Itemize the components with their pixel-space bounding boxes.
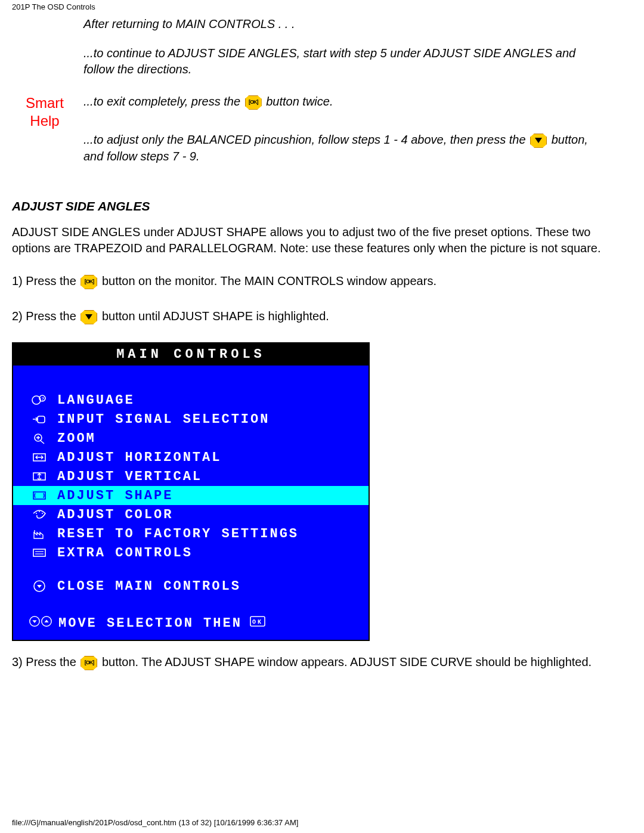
osd-item-label: ADJUST VERTICAL [50, 469, 202, 484]
osd-item-label: ADJUST SHAPE [50, 488, 173, 503]
svg-rect-10 [33, 492, 45, 499]
svg-line-5 [41, 441, 44, 444]
section-intro: ADJUST SIDE ANGLES under ADJUST SHAPE al… [12, 224, 632, 256]
smart-help-block: Smart Help ...to exit completely, press … [0, 93, 644, 165]
osd-footer: MOVE SELECTION THEN OK [13, 610, 369, 636]
osd-item-label: ZOOM [50, 431, 96, 446]
color-icon [29, 509, 50, 521]
smart-help-row-balanced: ...to adjust only the BALANCED pincushio… [83, 131, 608, 165]
osd-title: MAIN CONTROLS [13, 343, 369, 366]
extra-controls-icon [29, 547, 50, 559]
language-icon: ? [29, 394, 50, 406]
section-heading: ADJUST SIDE ANGLES [12, 199, 632, 213]
step1-prefix: 1) Press the [12, 274, 79, 287]
svg-rect-3 [38, 416, 45, 423]
osd-item-language[interactable]: ? LANGUAGE [13, 391, 369, 410]
intro-line-2: ...to continue to ADJUST SIDE ANGLES, st… [83, 45, 608, 78]
step1-suffix: button on the monitor. The MAIN CONTROLS… [102, 274, 436, 287]
page-header: 201P The OSD Controls [0, 0, 644, 16]
intro-line-1: After returning to MAIN CONTROLS . . . [83, 16, 608, 32]
ok-button-icon: [OK] [245, 95, 262, 110]
osd-item-label: ADJUST COLOR [50, 507, 173, 522]
smart-help-row-exit: ...to exit completely, press the [OK] bu… [83, 93, 608, 110]
smart-help-word-1: Smart [6, 94, 83, 112]
nav-up-icon [41, 615, 52, 632]
close-down-icon [29, 580, 50, 593]
balanced-prefix: ...to adjust only the BALANCED pincushio… [83, 133, 529, 146]
ok-button-icon: [OK] [80, 275, 97, 289]
osd-item-label: RESET TO FACTORY SETTINGS [50, 527, 299, 541]
smart-help-word-2: Help [6, 112, 83, 130]
step-3: 3) Press the [OK] button. The ADJUST SHA… [12, 653, 632, 671]
shape-icon [29, 490, 50, 501]
svg-text:OK: OK [252, 619, 263, 625]
osd-item-adjust-horizontal[interactable]: ADJUST HORIZONTAL [13, 448, 369, 467]
osd-item-label: ADJUST HORIZONTAL [50, 450, 221, 465]
svg-point-11 [36, 513, 37, 514]
nav-down-icon [29, 615, 41, 632]
osd-item-input-signal[interactable]: INPUT SIGNAL SELECTION [13, 410, 369, 429]
exit-prefix: ...to exit completely, press the [83, 95, 244, 108]
horizontal-icon [29, 451, 50, 463]
svg-rect-14 [33, 549, 45, 556]
intro-block: After returning to MAIN CONTROLS . . . .… [83, 16, 608, 78]
step2-prefix: 2) Press the [12, 309, 79, 323]
step2-suffix: button until ADJUST SHAPE is highlighted… [102, 309, 329, 323]
ok-confirm-icon: OK [249, 615, 266, 631]
osd-item-adjust-vertical[interactable]: ADJUST VERTICAL [13, 467, 369, 486]
factory-icon [29, 528, 50, 540]
osd-item-adjust-color[interactable]: ADJUST COLOR [13, 505, 369, 524]
input-signal-icon [29, 413, 50, 425]
osd-item-reset-factory[interactable]: RESET TO FACTORY SETTINGS [13, 524, 369, 543]
step3-suffix: button. The ADJUST SHAPE window appears.… [102, 655, 592, 668]
osd-close-label: CLOSE MAIN CONTROLS [50, 579, 241, 594]
osd-item-label: INPUT SIGNAL SELECTION [50, 412, 270, 427]
osd-footer-text: MOVE SELECTION THEN [58, 616, 242, 631]
osd-main-controls: MAIN CONTROLS ? LANGUAGE INPUT SIGNAL SE… [12, 342, 370, 641]
svg-point-13 [42, 513, 43, 514]
svg-text:?: ? [42, 397, 46, 402]
osd-item-zoom[interactable]: ZOOM [13, 429, 369, 448]
osd-item-label: LANGUAGE [50, 393, 135, 408]
smart-help-label: Smart Help [0, 93, 83, 130]
vertical-icon [29, 470, 50, 482]
down-arrow-icon [530, 134, 547, 148]
down-arrow-icon [80, 310, 97, 324]
osd-item-label: EXTRA CONTROLS [50, 546, 193, 561]
step-2: 2) Press the button until ADJUST SHAPE i… [12, 307, 632, 326]
ok-button-icon: [OK] [80, 656, 97, 670]
step3-prefix: 3) Press the [12, 655, 79, 668]
zoom-icon [29, 432, 50, 444]
page-footer: file:///G|/manual/english/201P/osd/osd_c… [12, 818, 298, 827]
step-1: 1) Press the [OK] button on the monitor.… [12, 272, 632, 290]
svg-point-12 [39, 511, 40, 512]
exit-suffix: button twice. [266, 95, 333, 108]
osd-item-adjust-shape[interactable]: ADJUST SHAPE [13, 486, 369, 505]
osd-item-extra-controls[interactable]: EXTRA CONTROLS [13, 543, 369, 562]
osd-close[interactable]: CLOSE MAIN CONTROLS [13, 577, 369, 596]
